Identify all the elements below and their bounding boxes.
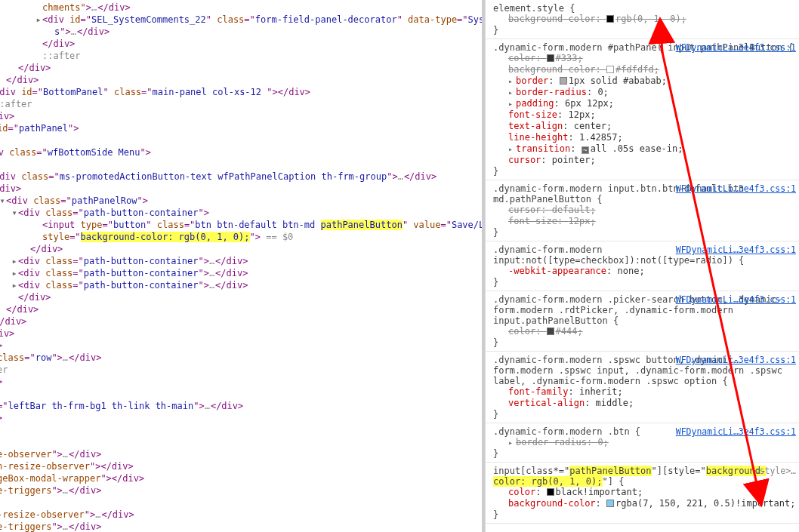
css-rule[interactable]: .dynamic-form.modern .btn {WFDynamicLi…3… bbox=[486, 423, 799, 463]
color-swatch[interactable] bbox=[606, 66, 614, 73]
dom-line[interactable]: </div> bbox=[0, 74, 482, 86]
dom-line[interactable]: ▸<div id="SEL_SystemComments_22" class="… bbox=[0, 14, 482, 26]
expand-arrow-icon[interactable]: ▸ bbox=[11, 279, 18, 291]
expand-arrow-icon[interactable]: ▸ bbox=[11, 267, 18, 279]
dom-line[interactable]: chments">…</div> bbox=[0, 2, 482, 14]
dom-tree-panel[interactable]: chments">…</div>▸<div id="SEL_SystemComm… bbox=[0, 0, 482, 532]
css-declaration[interactable]: ▸border: 1px solid #ababab; bbox=[493, 75, 796, 87]
css-declaration[interactable]: background-color: rgba(7, 150, 221, 0.5)… bbox=[493, 498, 796, 509]
dom-line[interactable]: </div> bbox=[0, 412, 482, 424]
expand-triangle-icon[interactable]: ▸ bbox=[508, 87, 516, 98]
dom-line[interactable]: <div id="pathPanel"> bbox=[0, 122, 482, 134]
dom-line[interactable]: ▾<div class="pathPanelRow"> bbox=[0, 195, 482, 207]
color-swatch[interactable] bbox=[606, 15, 614, 23]
dom-line[interactable]: ::after bbox=[0, 98, 482, 110]
dom-line[interactable] bbox=[0, 134, 482, 146]
dom-line[interactable]: s">…</div> bbox=[5, 26, 482, 38]
dom-line[interactable]: resize-triggers">…</div> bbox=[0, 484, 482, 497]
color-swatch[interactable] bbox=[547, 54, 554, 62]
css-declaration[interactable]: ▸padding: 6px 12px; bbox=[493, 98, 796, 109]
dom-line[interactable]: messageBox-modal-wrapper"></div> bbox=[0, 472, 482, 484]
css-declaration[interactable]: color: #333; bbox=[493, 53, 796, 64]
dom-line[interactable] bbox=[0, 436, 482, 448]
css-declaration[interactable]: background-color: #fdfdfd; bbox=[493, 64, 796, 75]
dom-line[interactable]: ▾<div> bbox=[0, 183, 482, 195]
dom-line[interactable] bbox=[0, 424, 482, 436]
dom-line[interactable]: webcon-resize-observer"></div> bbox=[0, 460, 482, 472]
dom-line[interactable]: ▾<div class="path-button-container"> bbox=[0, 207, 482, 219]
css-rule[interactable]: .dynamic-form.modern input.btn.btn-defau… bbox=[486, 180, 799, 241]
dom-line[interactable]: <input type="button" class="btn btn-defa… bbox=[0, 219, 482, 231]
css-declaration[interactable]: text-align: center; bbox=[493, 121, 796, 132]
css-declaration[interactable]: font-family: inherit; bbox=[493, 386, 796, 398]
css-declaration[interactable]: font-size: 12px; bbox=[493, 216, 796, 227]
dom-line[interactable]: ▸<div class="ms-promotedActionButton-tex… bbox=[0, 171, 482, 183]
expand-triangle-icon[interactable]: ▸ bbox=[508, 98, 516, 109]
expand-arrow-icon[interactable]: ▾ bbox=[0, 195, 6, 207]
dom-line[interactable]: </div> bbox=[0, 62, 482, 74]
css-declaration[interactable]: vertical-align: middle; bbox=[493, 398, 796, 409]
dom-line[interactable]: resize-triggers">…</div> bbox=[0, 521, 482, 532]
dom-line[interactable]: <div id="BottomPanel" class="main-panel … bbox=[0, 86, 482, 98]
css-declaration[interactable]: color: #444; bbox=[493, 326, 796, 337]
css-declaration[interactable]: ▸transition: ~all .05s ease-in; bbox=[493, 143, 796, 155]
bezier-editor-icon[interactable]: ~ bbox=[582, 146, 589, 154]
stylesheet-source-link[interactable]: WFDynamicLi…3e4f3.css:1 bbox=[676, 355, 796, 365]
dom-line[interactable] bbox=[0, 158, 482, 171]
css-declaration[interactable]: -webkit-appearance: none; bbox=[493, 266, 796, 277]
color-swatch[interactable] bbox=[560, 77, 567, 85]
css-declaration[interactable]: line-height: 1.42857; bbox=[493, 132, 796, 143]
expand-triangle-icon[interactable]: ▸ bbox=[508, 75, 516, 87]
dom-line[interactable]: </div> bbox=[0, 291, 482, 303]
dom-line[interactable]: </div> bbox=[0, 315, 482, 328]
styles-panel[interactable]: element.style {background-color: rgb(0, … bbox=[485, 0, 799, 532]
expand-arrow-icon[interactable]: ▸ bbox=[35, 14, 42, 26]
expand-arrow-icon[interactable]: ▾ bbox=[11, 207, 18, 219]
dom-line[interactable]: ▸class="leftBar th-frm-bg1 th-link th-ma… bbox=[0, 400, 482, 412]
dom-line[interactable]: </div> bbox=[0, 328, 482, 340]
expand-triangle-icon[interactable]: ▸ bbox=[508, 143, 516, 155]
expand-triangle-icon[interactable]: ▸ bbox=[508, 437, 516, 448]
dom-line[interactable]: ebcon-resize-observer">…</div> bbox=[0, 509, 482, 521]
stylesheet-source-link[interactable]: WFDynamicLi…3e4f3.css:1 bbox=[676, 42, 796, 53]
stylesheet-source-link[interactable]: WFDynamicLi…3e4f3.css:1 bbox=[676, 426, 796, 437]
stylesheet-source-link[interactable]: WFDynamicLi…3e4f3.css:1 bbox=[676, 244, 796, 255]
css-declaration[interactable]: cursor: pointer; bbox=[493, 155, 796, 166]
css-rule[interactable]: .dynamic-form.modern .spswc button, .dyn… bbox=[486, 352, 799, 423]
dom-line[interactable]: <div class="wfBottomSide Menu"> bbox=[0, 146, 482, 158]
dom-line[interactable]: ▸<div class="path-button-container">…</d… bbox=[0, 255, 482, 267]
css-rule[interactable]: element.style {background-color: rgb(0, … bbox=[486, 0, 799, 39]
dom-line[interactable] bbox=[0, 388, 482, 400]
stylesheet-source-link[interactable]: WFDynamicLi…3e4f3.css:1 bbox=[676, 183, 796, 194]
dom-line[interactable]: </div> bbox=[0, 340, 482, 352]
dom-line[interactable]: </div> bbox=[0, 38, 482, 50]
css-rule[interactable]: .dynamic-form.modern input:not([type=che… bbox=[486, 241, 799, 291]
css-declaration[interactable]: cursor: default; bbox=[493, 204, 796, 216]
css-declaration[interactable]: ▸border-radius: 0; bbox=[493, 437, 796, 448]
dom-line[interactable]: ▸<div class="path-button-container">…</d… bbox=[0, 267, 482, 279]
stylesheet-source-link[interactable]: WFDynamicLi…3e4f3.css:1 bbox=[676, 294, 796, 305]
css-declaration[interactable]: background-color: rgb(0, 1, 0); bbox=[493, 14, 796, 25]
dom-line[interactable]: </div> bbox=[0, 376, 482, 388]
expand-arrow-icon[interactable]: ▸ bbox=[11, 255, 18, 267]
css-rule[interactable]: input[class*="pathPanelButton"][style="b… bbox=[486, 463, 799, 524]
dom-line[interactable]: </div> bbox=[0, 303, 482, 315]
dom-line[interactable]: ▸<div class="path-button-container">…</d… bbox=[0, 279, 482, 291]
dom-line[interactable]: style="background-color: rgb(0, 1, 0);">… bbox=[0, 231, 482, 243]
dom-line[interactable]: ▸<div class="row">…</div> bbox=[0, 352, 482, 364]
dom-line[interactable]: resize-observer">…</div> bbox=[0, 448, 482, 460]
color-swatch[interactable] bbox=[606, 500, 614, 507]
css-declaration[interactable]: font-size: 12px; bbox=[493, 109, 796, 121]
dom-line[interactable]: ::after bbox=[0, 50, 482, 62]
color-swatch[interactable] bbox=[547, 328, 554, 335]
css-rule[interactable]: .dynamic-form.modern #pathPanel input.pa… bbox=[486, 39, 799, 180]
dom-line[interactable] bbox=[0, 497, 482, 509]
css-rule[interactable]: .dynamic-form.modern .picker-search butt… bbox=[486, 291, 799, 352]
css-declaration[interactable]: color: black!important; bbox=[493, 487, 796, 498]
css-declaration[interactable]: ▸border-radius: 0; bbox=[493, 87, 796, 98]
dom-line[interactable]: </div> bbox=[0, 243, 482, 255]
dom-line[interactable]: </div> bbox=[0, 110, 482, 122]
dom-line[interactable]: ::after bbox=[0, 364, 482, 376]
stylesheet-source-label: <style>… bbox=[754, 466, 796, 476]
color-swatch[interactable] bbox=[547, 488, 554, 496]
